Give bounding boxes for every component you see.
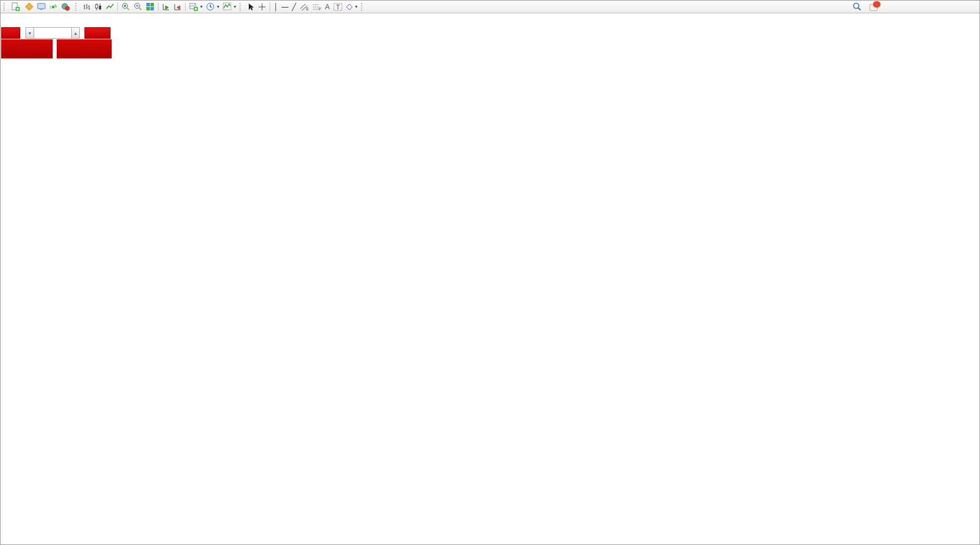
svg-text:E: E xyxy=(306,7,309,11)
line-chart-icon xyxy=(106,3,114,11)
channel-tool-button[interactable]: E xyxy=(298,2,311,12)
buy-price-display[interactable] xyxy=(57,39,112,58)
bar-chart-icon xyxy=(83,3,91,11)
volume-increase-button[interactable]: ▲ xyxy=(71,27,80,39)
chart-shift-button[interactable] xyxy=(160,2,172,12)
zoom-in-button[interactable] xyxy=(120,2,132,12)
one-click-trade-panel: ▼ ▲ xyxy=(1,27,112,58)
periods-dropdown[interactable]: ▾ xyxy=(204,2,221,12)
horizontal-line-icon: — xyxy=(282,3,289,10)
new-chart-dropdown[interactable]: ▾ xyxy=(187,2,204,12)
sell-price-display[interactable] xyxy=(1,39,53,58)
chart-title xyxy=(5,16,9,24)
svg-text:F: F xyxy=(319,7,321,11)
chart-shift-icon xyxy=(162,3,170,11)
sell-button[interactable] xyxy=(1,27,20,39)
dropdown-caret-icon: ▾ xyxy=(217,4,219,9)
bar-chart-mode-button[interactable] xyxy=(81,2,93,12)
text-icon: A xyxy=(325,3,330,10)
svg-text:T: T xyxy=(336,4,340,10)
tile-windows-icon xyxy=(146,2,154,11)
signal-icon xyxy=(49,2,58,11)
candle-chart-mode-button[interactable] xyxy=(93,2,104,12)
volume-input[interactable] xyxy=(34,27,71,39)
zoom-out-button[interactable] xyxy=(132,2,144,12)
mt4-window: ▾ ▾ ▾ │ — ╱ E F A T ▾ xyxy=(0,0,980,545)
dropdown-caret-icon: ▾ xyxy=(234,4,236,9)
auto-scroll-button[interactable] xyxy=(172,2,183,12)
horizontal-line-tool-button[interactable]: — xyxy=(280,2,290,12)
zoom-out-icon xyxy=(134,2,142,11)
zoom-in-icon xyxy=(121,2,130,11)
auto-scroll-icon xyxy=(174,3,182,11)
indicators-icon xyxy=(223,2,231,11)
shapes-dropdown[interactable]: ▾ xyxy=(344,2,359,12)
toolbar-separator xyxy=(158,2,159,11)
monitor-icon xyxy=(37,2,46,11)
signal-button[interactable] xyxy=(47,2,60,12)
vertical-line-icon: │ xyxy=(274,3,278,10)
chart-plot-area[interactable] xyxy=(1,1,980,545)
toolbar-separator xyxy=(117,2,118,11)
mql-button[interactable] xyxy=(23,2,35,12)
line-chart-mode-button[interactable] xyxy=(104,2,116,12)
fibonacci-icon: F xyxy=(312,3,322,11)
candlestick-chart-icon xyxy=(94,3,102,11)
gold-diamond-icon xyxy=(25,2,34,11)
toolbar-grip xyxy=(3,3,8,11)
cursor-tool-button[interactable] xyxy=(245,2,256,12)
dropdown-caret-icon: ▾ xyxy=(355,4,358,9)
fibonacci-tool-button[interactable]: F xyxy=(311,2,323,12)
clock-icon xyxy=(206,2,215,11)
main-toolbar: ▾ ▾ ▾ │ — ╱ E F A T ▾ xyxy=(1,1,979,13)
new-order-button[interactable] xyxy=(9,2,23,12)
toolbar-separator xyxy=(185,2,186,11)
toolbar-grip xyxy=(361,3,365,11)
trendline-icon: ╱ xyxy=(292,3,296,10)
market-watch-button[interactable] xyxy=(35,2,47,12)
label-tool-button[interactable]: T xyxy=(331,2,344,12)
new-order-icon xyxy=(11,2,20,11)
cursor-icon xyxy=(247,3,255,11)
tile-windows-button[interactable] xyxy=(144,2,156,12)
indicators-dropdown[interactable]: ▾ xyxy=(221,2,238,12)
text-label-icon: T xyxy=(333,3,342,11)
search-button[interactable] xyxy=(851,2,863,12)
shapes-icon xyxy=(346,3,353,10)
volume-decrease-button[interactable]: ▼ xyxy=(25,27,34,39)
toolbar-separator xyxy=(270,2,270,11)
toolbar-grip xyxy=(240,3,244,11)
vertical-line-tool-button[interactable]: │ xyxy=(272,2,280,12)
crosshair-icon xyxy=(258,3,266,11)
notifications-button[interactable] xyxy=(868,2,881,12)
search-icon xyxy=(853,2,861,11)
toolbar-grip xyxy=(75,3,79,11)
new-chart-icon xyxy=(189,2,198,11)
crosshair-tool-button[interactable] xyxy=(256,2,268,12)
chat-icon xyxy=(870,2,879,11)
dropdown-caret-icon: ▾ xyxy=(200,4,202,9)
text-tool-button[interactable]: A xyxy=(323,2,331,12)
trendline-tool-button[interactable]: ╱ xyxy=(290,2,298,12)
notification-count-badge xyxy=(873,1,880,8)
equidistant-channel-icon: E xyxy=(300,3,309,11)
auto-trading-button[interactable] xyxy=(60,2,73,12)
buy-button[interactable] xyxy=(84,27,110,39)
auto-trading-icon xyxy=(61,2,70,11)
